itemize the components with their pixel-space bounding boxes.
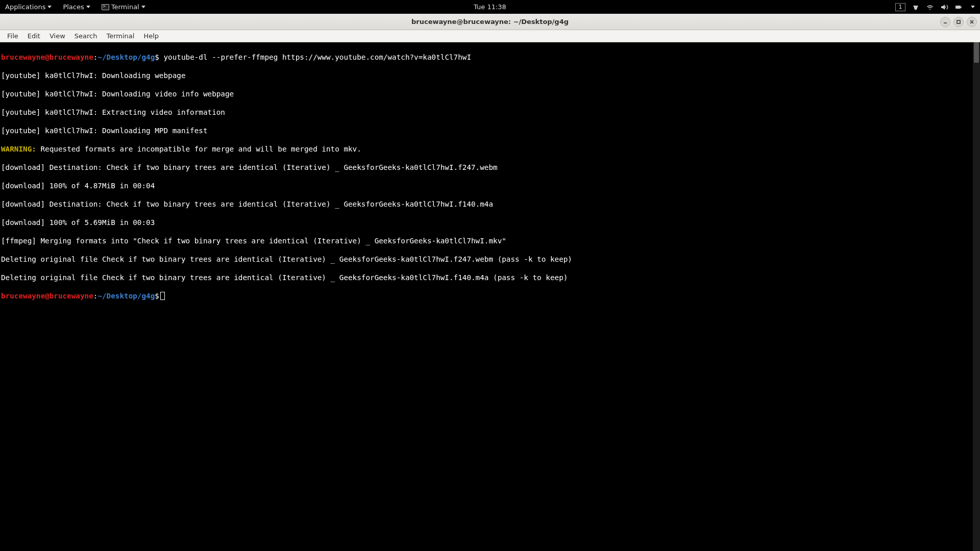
- scrollbar-thumb[interactable]: [974, 42, 979, 63]
- places-label: Places: [63, 3, 84, 11]
- network-wifi-icon[interactable]: [926, 3, 934, 11]
- terminal-scrollbar[interactable]: [973, 42, 980, 551]
- menu-help-label: Help: [143, 32, 159, 40]
- desktop-top-bar: Applications Places Terminal Tue 11:38 1: [0, 0, 980, 14]
- svg-rect-4: [957, 20, 960, 23]
- svg-rect-2: [961, 7, 962, 8]
- svg-rect-0: [915, 9, 917, 10]
- menu-edit[interactable]: Edit: [23, 31, 44, 41]
- menu-file-label: File: [7, 32, 18, 40]
- chevron-down-icon: [47, 6, 52, 8]
- menu-terminal-label: Terminal: [106, 32, 134, 40]
- prompt-user: brucewayne@brucewayne: [1, 53, 93, 61]
- command-text: youtube-dl --prefer-ffmpeg https://www.y…: [164, 53, 472, 61]
- menu-search-label: Search: [75, 32, 97, 40]
- chevron-down-icon: [86, 6, 90, 8]
- notifications-icon[interactable]: [912, 3, 920, 11]
- terminal-line: [download] Destination: Check if two bin…: [1, 199, 980, 209]
- window-title: brucewayne@brucewayne: ~/Desktop/g4g: [411, 18, 569, 26]
- clock[interactable]: Tue 11:38: [474, 3, 506, 11]
- workspace-number: 1: [899, 4, 902, 10]
- prompt-user: brucewayne@brucewayne: [1, 292, 93, 300]
- prompt-dollar: $: [155, 53, 159, 61]
- menu-edit-label: Edit: [28, 32, 40, 40]
- window-close-button[interactable]: [967, 17, 977, 27]
- chevron-down-icon: [141, 6, 145, 8]
- terminal-line: brucewayne@brucewayne:~/Desktop/g4g$: [1, 291, 980, 300]
- workspace-indicator[interactable]: 1: [895, 3, 905, 11]
- window-title-bar: brucewayne@brucewayne: ~/Desktop/g4g: [0, 14, 980, 30]
- terminal-line: [youtube] ka0tlCl7hwI: Downloading MPD m…: [1, 126, 980, 135]
- warning-text: Requested formats are incompatible for m…: [36, 145, 361, 153]
- window-minimize-button[interactable]: [940, 17, 950, 27]
- terminal-line: [download] 100% of 5.69MiB in 00:03: [1, 218, 980, 227]
- warning-label: WARNING:: [1, 145, 36, 153]
- svg-rect-1: [955, 6, 961, 9]
- battery-icon[interactable]: [954, 3, 963, 11]
- menu-search[interactable]: Search: [70, 31, 102, 41]
- terminal-line: [youtube] ka0tlCl7hwI: Extracting video …: [1, 108, 980, 117]
- terminal-viewport[interactable]: brucewayne@brucewayne:~/Desktop/g4g$ you…: [0, 42, 980, 551]
- terminal-line: Deleting original file Check if two bina…: [1, 273, 980, 282]
- prompt-dollar: $: [155, 292, 159, 300]
- system-menu[interactable]: [969, 5, 977, 9]
- terminal-line: [ffmpeg] Merging formats into "Check if …: [1, 236, 980, 245]
- volume-icon[interactable]: [940, 3, 948, 11]
- applications-label: Applications: [5, 3, 45, 11]
- prompt-path: ~/Desktop/g4g: [97, 53, 155, 61]
- window-maximize-button[interactable]: [953, 17, 964, 27]
- terminal-line: brucewayne@brucewayne:~/Desktop/g4g$ you…: [1, 53, 980, 62]
- prompt-path: ~/Desktop/g4g: [97, 292, 155, 300]
- terminal-line: Deleting original file Check if two bina…: [1, 255, 980, 264]
- terminal-line: [download] Destination: Check if two bin…: [1, 163, 980, 172]
- clock-label: Tue 11:38: [474, 3, 506, 11]
- chevron-down-icon: [971, 6, 975, 8]
- menu-terminal[interactable]: Terminal: [102, 31, 138, 41]
- terminal-line: [youtube] ka0tlCl7hwI: Downloading video…: [1, 89, 980, 98]
- terminal-line: [download] 100% of 4.87MiB in 00:04: [1, 181, 980, 190]
- terminal-label: Terminal: [111, 3, 139, 11]
- applications-menu[interactable]: Applications: [3, 2, 54, 12]
- app-menu-bar: File Edit View Search Terminal Help: [0, 30, 980, 42]
- terminal-line: WARNING: Requested formats are incompati…: [1, 144, 980, 154]
- menu-help[interactable]: Help: [139, 31, 163, 41]
- menu-view[interactable]: View: [45, 31, 69, 41]
- menu-file[interactable]: File: [3, 31, 22, 41]
- terminal-line: [youtube] ka0tlCl7hwI: Downloading webpa…: [1, 71, 980, 80]
- places-menu[interactable]: Places: [61, 2, 92, 12]
- terminal-app-indicator[interactable]: Terminal: [100, 2, 148, 12]
- menu-view-label: View: [50, 32, 65, 40]
- cursor: [160, 292, 165, 300]
- terminal-icon: [102, 4, 109, 10]
